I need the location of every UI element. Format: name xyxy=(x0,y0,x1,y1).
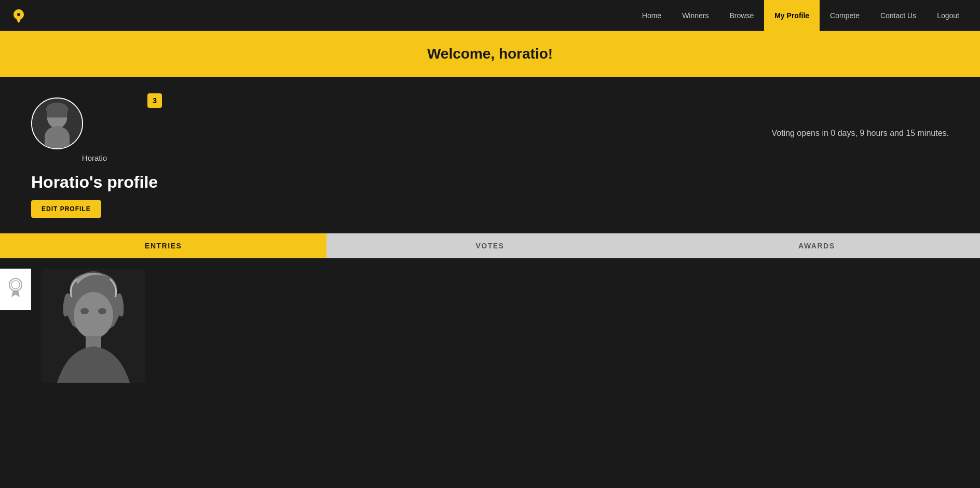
svg-point-4 xyxy=(11,281,20,289)
entry-photo-image xyxy=(42,269,145,383)
svg-point-7 xyxy=(74,292,113,339)
logo-icon xyxy=(10,7,27,24)
tabs-container: ENTRIES VOTES AWARDS xyxy=(0,233,980,258)
nav-contact-us[interactable]: Contact Us xyxy=(870,0,927,31)
profile-left-section: 3 Horatio Horatio's profile EDIT PROFILE xyxy=(31,97,158,218)
entry-award-badge-wrapper xyxy=(0,269,31,310)
award-badge xyxy=(0,269,31,310)
profile-header-area: 3 Horatio Horatio's profile EDIT PROFILE… xyxy=(31,97,949,218)
nav-compete[interactable]: Compete xyxy=(820,0,870,31)
badge-count: 3 xyxy=(147,93,162,108)
nav-winners[interactable]: Winners xyxy=(672,0,719,31)
tab-votes[interactable]: VOTES xyxy=(326,233,653,258)
tab-entries[interactable]: ENTRIES xyxy=(0,233,326,258)
svg-point-9 xyxy=(80,308,89,314)
award-icon xyxy=(8,277,23,302)
nav-logout[interactable]: Logout xyxy=(927,0,970,31)
tab-awards[interactable]: AWARDS xyxy=(654,233,980,258)
navbar-links: Home Winners Browse My Profile Compete C… xyxy=(632,0,970,31)
welcome-message: Welcome, horatio! xyxy=(10,46,970,62)
profile-title: Horatio's profile xyxy=(31,173,158,192)
username-label: Horatio xyxy=(31,154,158,162)
avatar-image xyxy=(32,99,82,148)
nav-home[interactable]: Home xyxy=(632,0,672,31)
nav-my-profile[interactable]: My Profile xyxy=(764,0,820,31)
avatar xyxy=(31,97,83,149)
voting-info: Voting opens in 0 days, 9 hours and 15 m… xyxy=(771,129,949,138)
main-content: 3 Horatio Horatio's profile EDIT PROFILE… xyxy=(0,77,980,414)
entries-panel xyxy=(0,258,980,414)
avatar-container: 3 xyxy=(31,97,158,149)
svg-point-10 xyxy=(98,308,106,314)
nav-browse[interactable]: Browse xyxy=(719,0,765,31)
profile-title-section: Horatio's profile EDIT PROFILE xyxy=(31,173,158,218)
entries-content xyxy=(0,258,980,393)
welcome-banner: Welcome, horatio! xyxy=(0,31,980,77)
tabs-wrapper: ENTRIES VOTES AWARDS xyxy=(0,233,980,414)
navbar: Home Winners Browse My Profile Compete C… xyxy=(0,0,980,31)
entry-photo[interactable] xyxy=(42,269,145,383)
edit-profile-button[interactable]: EDIT PROFILE xyxy=(31,200,101,218)
logo xyxy=(10,7,27,24)
